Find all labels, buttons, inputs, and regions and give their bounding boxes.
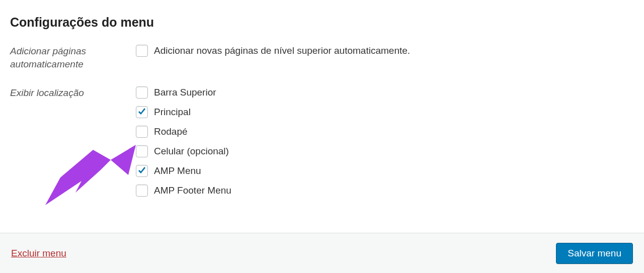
- location-row: Exibir localização Barra SuperiorPrincip…: [10, 85, 634, 203]
- location-option: Principal: [136, 105, 634, 119]
- footer-bar: Excluir menu Salvar menu: [0, 233, 644, 273]
- delete-menu-link[interactable]: Excluir menu: [11, 248, 66, 259]
- location-checkbox[interactable]: [136, 106, 148, 118]
- location-checkbox[interactable]: [136, 165, 148, 177]
- location-checkbox[interactable]: [136, 86, 148, 99]
- location-label: Exibir localização: [10, 85, 136, 100]
- location-checkbox[interactable]: [136, 126, 148, 138]
- check-icon: [137, 166, 147, 176]
- auto-add-option: Adicionar novas páginas de nível superio…: [136, 44, 634, 58]
- location-option: AMP Menu: [136, 164, 634, 178]
- auto-add-label: Adicionar páginas automaticamente: [10, 44, 136, 70]
- location-option-label: Rodapé: [154, 126, 188, 137]
- location-option: Rodapé: [136, 125, 634, 139]
- auto-add-option-label: Adicionar novas páginas de nível superio…: [154, 45, 410, 56]
- auto-add-row: Adicionar páginas automaticamente Adicio…: [10, 44, 634, 70]
- location-checkbox[interactable]: [136, 145, 148, 157]
- location-option-label: Celular (opcional): [154, 146, 229, 157]
- location-checkbox[interactable]: [136, 185, 148, 197]
- location-option: Celular (opcional): [136, 144, 634, 158]
- save-menu-button[interactable]: Salvar menu: [556, 243, 633, 264]
- location-option-label: Barra Superior: [154, 87, 216, 98]
- location-option-label: AMP Footer Menu: [154, 185, 231, 196]
- check-icon: [137, 107, 147, 117]
- location-option: Barra Superior: [136, 85, 634, 100]
- location-option: AMP Footer Menu: [136, 184, 634, 198]
- auto-add-checkbox[interactable]: [136, 45, 148, 57]
- location-option-label: AMP Menu: [154, 165, 201, 176]
- location-option-label: Principal: [154, 107, 191, 118]
- section-heading: Configurações do menu: [10, 15, 634, 30]
